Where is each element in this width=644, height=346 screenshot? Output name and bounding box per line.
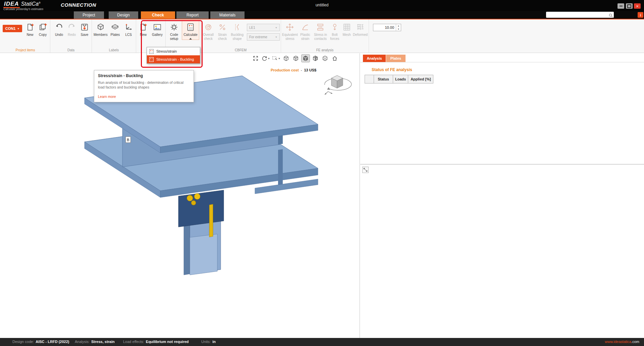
undo-button[interactable]: Undo: [53, 21, 65, 37]
chevron-up-icon[interactable]: [189, 38, 192, 40]
production-cost-value: 13 US$: [304, 68, 316, 72]
button-label: Mesh: [342, 33, 351, 37]
chevron-down-icon: ▼: [275, 36, 277, 38]
document-title: untitled: [0, 3, 644, 7]
panel-splitter[interactable]: [360, 164, 644, 165]
button-label: Plates: [111, 33, 120, 37]
save-button[interactable]: Save: [78, 21, 91, 37]
rotate-view-button[interactable]: ▼: [261, 55, 270, 62]
code-setup-button[interactable]: Code setup: [167, 21, 181, 41]
expand-arrows-icon: [363, 168, 368, 172]
status-units: Units:in: [201, 340, 216, 344]
lcs-button[interactable]: LCS: [122, 21, 135, 37]
stress-in-contacts-icon: [316, 22, 325, 32]
learn-more-link[interactable]: Learn more: [98, 95, 190, 99]
tab-check[interactable]: Check: [141, 11, 175, 19]
button-label: Plastic strain: [299, 33, 312, 41]
deformed-scale-spinner[interactable]: 10.00 ▲ ▼: [373, 24, 401, 31]
copy-project-item-button[interactable]: Copy: [37, 21, 49, 37]
view-solid-button[interactable]: [302, 55, 310, 62]
button-label: New: [27, 33, 34, 37]
menu-item-stress-strain[interactable]: Stress/strain: [147, 47, 200, 55]
maximize-button[interactable]: [626, 3, 633, 9]
ribbon-group-project-items: CON1▼ New Copy Project items: [1, 19, 50, 53]
group-label-project-items: Project items: [1, 48, 50, 52]
table-header-empty: [365, 75, 374, 83]
spinner-down-icon[interactable]: ▼: [396, 27, 401, 31]
calculate-button[interactable]: Calculate: [182, 21, 199, 40]
ribbon-tab-bar: Project Design Check Report Materials i: [0, 11, 644, 19]
panel-divider: [360, 62, 644, 62]
view-transparent-button[interactable]: [321, 55, 329, 62]
section-cube-icon: [312, 55, 318, 61]
status-label: Load effects:: [123, 340, 144, 344]
chevron-down-icon[interactable]: ▼: [278, 57, 280, 60]
redo-button: Redo: [66, 21, 78, 37]
overall-check-icon: [204, 22, 213, 32]
group-label-labels: Labels: [92, 48, 136, 52]
home-icon: [332, 55, 338, 61]
status-label: Design code:: [12, 340, 34, 344]
gallery-picture-icon: [153, 22, 162, 32]
chevron-down-icon[interactable]: ▼: [268, 57, 270, 60]
table-header-loads: Loads: [393, 75, 408, 83]
right-panel: Analysis Plates Status of FE analysis St…: [360, 53, 644, 338]
tooltip-title: Stress/strain - Buckling: [98, 73, 190, 78]
wireframe-cube-icon: [283, 55, 289, 61]
tab-design[interactable]: Design: [109, 11, 138, 19]
solid-cube-icon: [303, 55, 309, 61]
gallery-button[interactable]: Gallery: [150, 21, 164, 37]
calculator-icon: [149, 49, 154, 54]
view-shaded-button[interactable]: [292, 55, 300, 62]
equivalent-stress-button: Equivalent stress: [282, 21, 298, 41]
view-section-button[interactable]: [311, 55, 319, 62]
table-header-status: Status: [374, 75, 393, 83]
website-link[interactable]: www.ideastatica.com: [605, 340, 639, 344]
minimize-button[interactable]: [618, 3, 624, 9]
new-document-icon: [26, 22, 35, 32]
rotate-icon: [261, 55, 267, 61]
selection-tool-button[interactable]: ▼: [272, 55, 280, 62]
zoom-fit-button[interactable]: [252, 55, 260, 62]
calculator-icon: [149, 57, 154, 62]
deformed-grid-icon: [356, 22, 365, 32]
status-value: in: [212, 340, 216, 344]
navigation-cube[interactable]: [319, 68, 356, 99]
plastic-strain-button: Plastic strain: [299, 21, 312, 41]
search-box[interactable]: [546, 12, 614, 18]
ribbon-group-labels: Members Plates LCS Labels: [92, 19, 136, 53]
info-button[interactable]: i: [638, 12, 643, 18]
close-button[interactable]: ×: [634, 3, 641, 9]
expand-panel-button[interactable]: [362, 167, 369, 173]
tab-project[interactable]: Project: [74, 11, 104, 19]
new-gallery-item-button[interactable]: New: [137, 21, 150, 37]
menu-item-stress-strain-buckling[interactable]: Stress/strain - Buckling: [147, 55, 200, 63]
status-value: Equilibrium not required: [146, 340, 189, 344]
website-suffix: .com: [631, 340, 639, 344]
production-cost: Production cost - 13 US$: [258, 68, 329, 72]
plates-button[interactable]: Plates: [109, 21, 122, 37]
button-label: Overall check: [202, 33, 215, 41]
tab-analysis[interactable]: Analysis: [363, 55, 386, 62]
tab-plates[interactable]: Plates: [386, 55, 406, 62]
select-value: For extreme: [249, 35, 267, 39]
calculate-dropdown-menu: Stress/strain Stress/strain - Buckling: [147, 47, 200, 64]
website-main: www.ideastatica: [605, 340, 631, 344]
tab-materials[interactable]: Materials: [210, 11, 245, 19]
members-button[interactable]: Members: [93, 21, 108, 37]
button-label: New: [140, 33, 147, 37]
tab-report[interactable]: Report: [176, 11, 209, 19]
tagline: Calculate yesterday's estimates: [3, 7, 43, 11]
ribbon-group-cbfem: Overall check Strain check Buckling shap…: [201, 19, 281, 53]
new-document-icon: [139, 22, 148, 32]
coordinate-axes-icon: [124, 22, 133, 32]
search-input[interactable]: [546, 12, 609, 18]
ribbon-group-scale: 10.00 ▲ ▼: [369, 19, 406, 53]
tooltip-description: Run analysis of local buckling - determi…: [98, 80, 190, 90]
new-project-item-button[interactable]: New: [24, 21, 36, 37]
status-label: Units:: [201, 340, 211, 344]
spinner-up-icon[interactable]: ▲: [396, 24, 401, 27]
member-label-b[interactable]: B: [125, 136, 131, 143]
home-view-button[interactable]: [331, 55, 339, 62]
view-wireframe-button[interactable]: [282, 55, 290, 62]
